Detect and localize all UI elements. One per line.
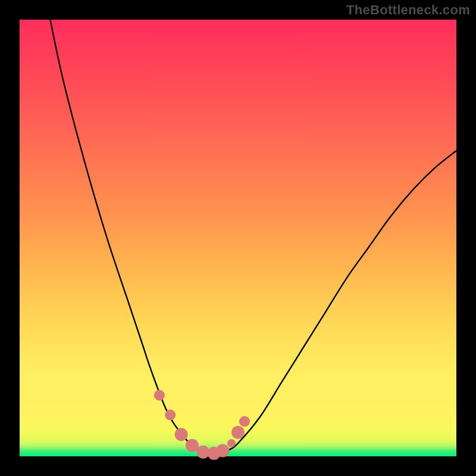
curve-marker (165, 409, 176, 420)
curve-marker (231, 426, 245, 439)
curve-marker (227, 439, 236, 447)
watermark-text: TheBottleneck.com (346, 2, 470, 18)
bottleneck-curve (50, 20, 456, 454)
curve-svg (20, 20, 456, 456)
curve-marker (216, 444, 229, 457)
plot-area (20, 20, 456, 456)
curve-marker (175, 428, 188, 441)
curve-marker (186, 439, 199, 452)
curve-marker (154, 390, 165, 400)
chart-frame: TheBottleneck.com (0, 0, 476, 476)
curve-marker (239, 416, 250, 427)
marker-group (154, 390, 250, 460)
